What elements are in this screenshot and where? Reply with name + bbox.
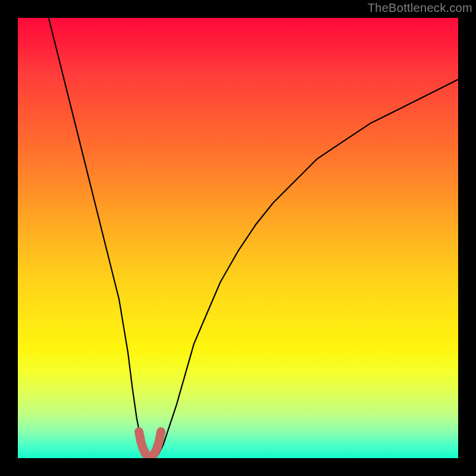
watermark-label: TheBottleneck.com <box>368 1 472 15</box>
optimal-marker-line <box>139 432 161 457</box>
bottleneck-curve-line <box>49 18 458 458</box>
outer-frame: TheBottleneck.com <box>0 0 476 476</box>
chart-svg <box>18 18 458 458</box>
plot-area <box>18 18 458 458</box>
